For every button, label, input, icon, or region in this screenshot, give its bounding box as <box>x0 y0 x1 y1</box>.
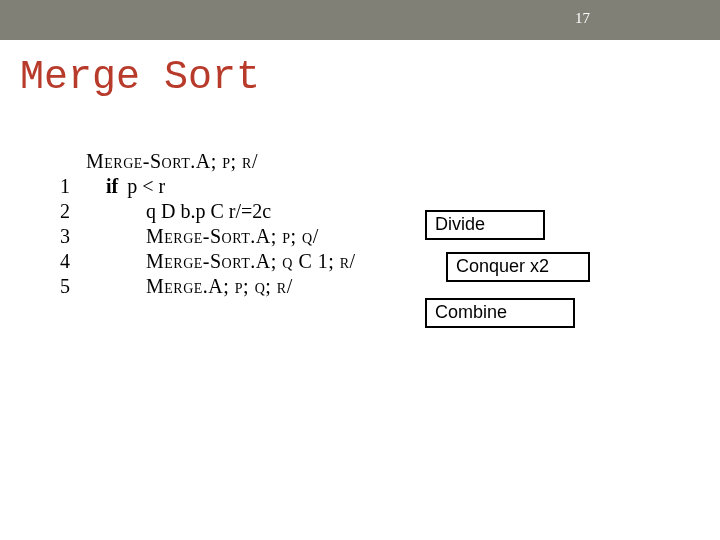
code-line-2: 2 q D b.p C r/=2c <box>60 200 440 223</box>
label-divide: Divide <box>425 210 545 240</box>
label-combine: Combine <box>425 298 575 328</box>
slide-number: 17 <box>575 10 590 27</box>
code-line-4: 4 Merge-Sort.A; q C 1; r/ <box>60 250 440 273</box>
line-number: 4 <box>60 250 86 273</box>
label-conquer: Conquer x2 <box>446 252 590 282</box>
code-text: Merge-Sort.A; p; r/ <box>86 150 258 173</box>
code-text: Merge-Sort.A; q C 1; r/ <box>86 250 356 273</box>
code-text: q D b.p C r/=2c <box>86 200 271 223</box>
pseudocode-block: Merge-Sort.A; p; r/ 1 if p < r 2 q D b.p… <box>60 150 440 300</box>
line-number: 2 <box>60 200 86 223</box>
keyword-if: if <box>106 175 118 197</box>
line-number: 5 <box>60 275 86 298</box>
code-text: Merge.A; p; q; r/ <box>86 275 293 298</box>
header-bar <box>0 0 720 40</box>
code-text: p < r <box>123 175 165 197</box>
code-line-3: 3 Merge-Sort.A; p; q/ <box>60 225 440 248</box>
line-number: 1 <box>60 175 86 198</box>
line-number: 3 <box>60 225 86 248</box>
slide-title: Merge Sort <box>20 55 260 100</box>
code-line-1: 1 if p < r <box>60 175 440 198</box>
code-text: Merge-Sort.A; p; q/ <box>86 225 319 248</box>
code-line-header: Merge-Sort.A; p; r/ <box>60 150 440 173</box>
code-line-5: 5 Merge.A; p; q; r/ <box>60 275 440 298</box>
